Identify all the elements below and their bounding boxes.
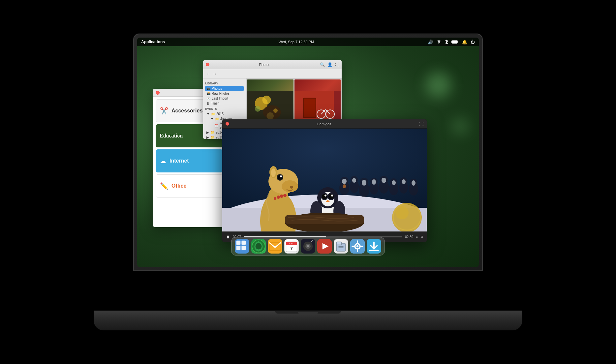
photos-window-title: Photos	[259, 63, 270, 67]
menu-app-name[interactable]: Applications	[141, 40, 165, 44]
notification-icon[interactable]: 🔔	[462, 40, 467, 45]
svg-rect-2	[452, 41, 457, 43]
svg-point-68	[322, 194, 327, 199]
svg-point-55	[290, 186, 293, 189]
menu-bar-left: Applications	[141, 40, 165, 44]
accessories-label: Accessories	[171, 108, 202, 114]
close-button[interactable]	[156, 91, 160, 95]
app-menu-item-office[interactable]: ✏️ Office	[156, 174, 223, 197]
svg-point-44	[402, 179, 406, 184]
svg-point-0	[439, 43, 439, 44]
svg-point-69	[328, 194, 334, 199]
app-menu-item-internet[interactable]: ☁ Internet	[156, 149, 223, 172]
internet-icon: ☁	[160, 157, 166, 165]
back-icon[interactable]: ←	[206, 71, 210, 76]
events-section-label: Events	[205, 107, 244, 110]
video-window: Llamigos ⛶	[222, 119, 427, 242]
dock-icon-appgrid[interactable]	[235, 239, 249, 254]
photos-titlebar: Photos 🔍 👤 ⛶	[203, 60, 342, 69]
dock-icon-settings[interactable]	[350, 239, 365, 254]
power-icon[interactable]: ⏻	[471, 40, 475, 45]
dock-icon-video[interactable]	[317, 239, 332, 254]
svg-point-98	[307, 245, 309, 247]
library-section-label: Library	[205, 82, 244, 85]
video-close-btn[interactable]	[226, 122, 229, 126]
svg-rect-3	[458, 41, 458, 43]
search-icon[interactable]: 🔍	[320, 62, 325, 67]
video-settings-icon[interactable]: ⚙	[420, 235, 423, 239]
sidebar-raw-photos[interactable]: 📸Raw Photos	[205, 91, 244, 96]
svg-point-79	[392, 203, 422, 231]
bokeh-decoration-2	[452, 118, 469, 135]
video-list-icon[interactable]: ≡	[416, 235, 418, 239]
svg-point-71	[331, 195, 333, 197]
desktop: Applications Wed, Sep 7 12:39 PM 🔊	[137, 38, 479, 267]
sidebar-2015[interactable]: ▼📁2015	[205, 111, 244, 116]
photos-close-btn[interactable]	[206, 63, 209, 66]
sidebar-last-import[interactable]: 🕐Last Import	[205, 96, 244, 101]
education-label: Education	[160, 133, 183, 139]
svg-point-88	[256, 243, 262, 250]
svg-point-59	[280, 195, 283, 198]
calendar-icon: CAL 7	[285, 239, 298, 253]
video-fullscreen-icon[interactable]: ⛶	[419, 121, 423, 127]
svg-point-108	[356, 245, 358, 247]
svg-rect-82	[236, 241, 241, 245]
svg-text:CAL: CAL	[289, 242, 294, 245]
svg-point-6	[262, 96, 271, 104]
user-icon[interactable]: 👤	[327, 62, 332, 67]
svg-point-32	[362, 180, 366, 186]
settings-icon	[350, 239, 365, 254]
screen-bezel: Applications Wed, Sep 7 12:39 PM 🔊	[133, 34, 483, 271]
svg-point-29	[352, 178, 356, 183]
svg-point-9	[273, 108, 278, 113]
video-icon	[317, 239, 332, 254]
music-icon	[301, 239, 315, 254]
wifi-icon[interactable]	[436, 40, 442, 44]
photos-toolbar-right: 🔍 👤 ⛶	[320, 62, 339, 67]
dock-icon-calendar[interactable]: CAL 7	[284, 239, 299, 254]
download-icon	[367, 239, 381, 254]
appgrid-icon	[235, 239, 249, 254]
office-icon: ✏️	[160, 182, 168, 190]
forward-icon[interactable]: →	[212, 71, 217, 76]
svg-point-26	[343, 184, 346, 188]
svg-point-58	[277, 196, 280, 199]
dock-icon-mail[interactable]	[268, 239, 282, 254]
sidebar-photos[interactable]: 📷Photos	[205, 86, 244, 91]
trackpad-notch	[298, 312, 318, 314]
bluetooth-icon[interactable]	[445, 40, 448, 44]
svg-rect-103	[337, 242, 342, 245]
battery-icon[interactable]	[451, 40, 459, 44]
accessories-icon: ✂️	[160, 107, 168, 115]
dock-icon-browser[interactable]	[251, 239, 266, 254]
dock-icon-files[interactable]	[334, 239, 348, 254]
video-title: Llamigos	[317, 122, 331, 126]
video-play-button[interactable]: ⏸	[226, 235, 230, 239]
sidebar-trash[interactable]: 🗑Trash	[205, 101, 244, 106]
photos-window-controls	[206, 63, 209, 66]
internet-label: Internet	[169, 158, 189, 164]
mail-icon	[268, 239, 282, 254]
dock-icon-download[interactable]	[367, 239, 381, 254]
svg-point-41	[392, 180, 396, 185]
expand-icon[interactable]: ⛶	[335, 62, 339, 67]
laptop-base	[94, 311, 522, 330]
svg-rect-14	[303, 98, 316, 118]
svg-point-7	[255, 106, 261, 111]
volume-icon[interactable]: 🔊	[428, 40, 433, 45]
menu-bar: Applications Wed, Sep 7 12:39 PM 🔊	[137, 38, 479, 46]
menu-bar-right: 🔊	[428, 40, 475, 45]
datetime-display: Wed, Sep 7 12:39 PM	[279, 40, 314, 44]
dock-icon-music[interactable]	[301, 239, 315, 254]
svg-point-57	[271, 168, 276, 177]
photos-toolbar: ← →	[203, 69, 342, 78]
svg-point-10	[266, 112, 274, 120]
video-titlebar: Llamigos ⛶	[222, 119, 427, 129]
svg-rect-83	[241, 241, 246, 245]
menu-bar-center: Wed, Sep 7 12:39 PM	[279, 40, 314, 44]
svg-rect-84	[236, 246, 241, 250]
video-scene-svg	[222, 129, 427, 231]
dock: CAL 7	[231, 237, 385, 256]
laptop-hinge	[275, 311, 341, 314]
